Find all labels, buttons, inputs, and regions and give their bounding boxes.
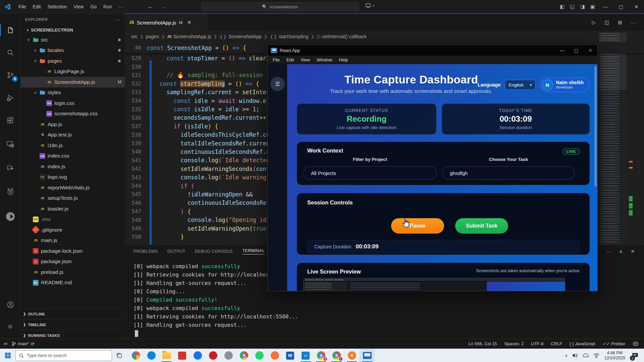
tree-item-App.js[interactable]: JSApp.js: [20, 119, 125, 130]
outline-section[interactable]: ❯OUTLINE: [20, 308, 125, 319]
status-item-0[interactable]: Ln 556, Col 15: [469, 341, 497, 346]
menu-run[interactable]: Run: [100, 4, 115, 9]
tree-item-reportWebVitals.js[interactable]: JSreportWebVitals.js: [20, 182, 125, 193]
breadcrumb-4[interactable]: ❬❭startSampling: [270, 34, 308, 39]
toggle-secondary-sidebar-icon[interactable]: ◨: [580, 4, 585, 10]
panel-tab-debug-console[interactable]: DEBUG CONSOLE: [195, 249, 233, 254]
tree-item-package.json[interactable]: npackage.json: [20, 256, 125, 267]
panel-tab-problems[interactable]: PROBLEMS: [133, 249, 158, 254]
source-control-icon[interactable]: 6: [0, 67, 20, 83]
tree-item-toaster.js[interactable]: JStoaster.js: [20, 203, 125, 214]
dashboard-scrollbar[interactable]: [594, 66, 597, 187]
taskbar-chrome[interactable]: [236, 349, 252, 362]
tree-item-locales[interactable]: ∨locales: [20, 45, 125, 56]
menu-edit[interactable]: Edit: [30, 4, 44, 9]
react-menu-edit[interactable]: Edit: [283, 57, 297, 62]
user-chip[interactable]: N Naim sheikh developer: [540, 77, 589, 92]
tree-item-styles[interactable]: ∨styles: [20, 87, 125, 98]
panel-action-1[interactable]: ∧: [619, 249, 623, 254]
taskbar-word[interactable]: W: [282, 349, 298, 362]
breadcrumb-5[interactable]: ⬡setInterval() callback: [317, 34, 367, 39]
git-branch-indicator[interactable]: main* ⟳: [12, 341, 35, 347]
account-icon[interactable]: [0, 297, 20, 313]
maximize-button[interactable]: ▢: [613, 0, 629, 13]
panel-action-2[interactable]: ✕: [631, 249, 635, 254]
breadcrumb[interactable]: src❯pages❯JSScreenshotApp.js❯❬❭Screensho…: [125, 31, 644, 42]
search-sidebar-icon[interactable]: [0, 45, 20, 61]
explorer-more-icon[interactable]: ···: [115, 17, 120, 22]
toggle-panel-icon[interactable]: ◱: [570, 4, 575, 10]
volume-icon[interactable]: [572, 353, 578, 358]
taskbar-firefox[interactable]: [267, 349, 282, 362]
submit-task-button[interactable]: Submit Task: [455, 218, 508, 234]
wifi-icon[interactable]: [593, 353, 599, 358]
taskbar-app-pinwheel[interactable]: [128, 349, 144, 362]
status-item-5[interactable]: ✓✓ Prettier: [603, 341, 625, 346]
taskbar-file-explorer[interactable]: [159, 349, 174, 362]
tree-item-preload.js[interactable]: JSpreload.js: [20, 267, 125, 278]
taskbar-chrome-s[interactable]: S: [313, 349, 329, 362]
chat-sparkle-icon[interactable]: [0, 160, 20, 176]
forward-icon[interactable]: →: [161, 3, 167, 10]
screencast-icon[interactable]: ∨: [366, 3, 375, 8]
taskbar-app-crimson[interactable]: [205, 349, 221, 362]
breadcrumb-1[interactable]: pages: [146, 34, 159, 39]
language-select[interactable]: English▼: [505, 80, 536, 90]
extensions-icon[interactable]: [0, 113, 20, 129]
tree-item-package-lock.json[interactable]: npackage-lock.json: [20, 246, 125, 256]
tree-item-index.css[interactable]: cssindex.css: [20, 151, 125, 162]
status-item-2[interactable]: UTF-8: [531, 341, 543, 346]
tree-item-i18n.js[interactable]: JSi18n.js: [20, 140, 125, 151]
react-maximize-button[interactable]: ▢: [569, 45, 583, 56]
react-menu-help[interactable]: Help: [336, 57, 351, 62]
copilot-icon[interactable]: [633, 341, 639, 347]
project-filter-select[interactable]: All Projects: [303, 166, 437, 180]
back-icon[interactable]: ←: [148, 3, 153, 10]
remote-explorer-icon[interactable]: [0, 136, 20, 152]
menu-selection[interactable]: Selection: [44, 4, 70, 9]
explorer-icon[interactable]: [0, 22, 20, 38]
breadcrumb-0[interactable]: src: [131, 34, 138, 39]
tab-screenshotapp[interactable]: JS ScreenshotApp.js M ✕: [125, 14, 207, 31]
react-minimize-button[interactable]: —: [555, 45, 569, 56]
tree-item-.env[interactable]: ENV.env: [20, 214, 125, 225]
tree-item-login.css[interactable]: csslogin.css: [20, 98, 125, 109]
editor-action-3[interactable]: ···: [631, 20, 636, 25]
tree-item-App.test.js[interactable]: ⚗App.test.js: [20, 130, 125, 140]
remote-indicator[interactable]: ><: [3, 341, 7, 346]
running-tasks-section[interactable]: ❯RUNNING TASKS: [20, 330, 125, 339]
tree-item-README.md[interactable]: M↓README.md: [20, 278, 125, 288]
tree-item-.gitignore[interactable]: ⑂.gitignore: [20, 225, 125, 235]
react-app-titlebar[interactable]: React App — ▢ ✕: [268, 45, 597, 56]
taskbar-app-green[interactable]: [252, 349, 267, 362]
taskbar-app-red[interactable]: [174, 349, 190, 362]
menu-file[interactable]: File: [15, 4, 30, 9]
breadcrumb-3[interactable]: ❬❭ScreenshotApp: [219, 34, 262, 39]
action-center-icon[interactable]: 2: [630, 351, 640, 361]
command-center-search[interactable]: 🔍 screenelectron: [201, 2, 359, 11]
close-button[interactable]: ✕: [629, 0, 644, 13]
settings-gear-icon[interactable]: ⚙: [0, 318, 20, 335]
screenshot-thumbnail[interactable]: [303, 278, 565, 291]
react-close-button[interactable]: ✕: [583, 45, 597, 56]
react-menu-file[interactable]: File: [270, 57, 283, 62]
tree-item-screenshotapp.css[interactable]: cssscreenshotapp.css: [20, 109, 125, 119]
task-view-button[interactable]: [112, 349, 127, 362]
editor-action-2[interactable]: ⊞: [618, 19, 622, 25]
console-ninja-icon[interactable]: [0, 208, 20, 225]
taskbar-app-blue[interactable]: [190, 349, 205, 362]
tree-item-ScreenshotApp.js[interactable]: JSScreenshotApp.jsM: [20, 77, 125, 87]
toggle-sidebar-icon[interactable]: ◧: [560, 4, 565, 10]
tab-close-icon[interactable]: ✕: [187, 19, 192, 25]
taskbar-app-gray[interactable]: [221, 349, 236, 362]
tree-item-LoginPage.js[interactable]: JSLoginPage.js: [20, 66, 125, 77]
menu-go[interactable]: Go: [87, 4, 100, 9]
status-item-1[interactable]: Spaces: 2: [504, 341, 524, 346]
react-menu-view[interactable]: View: [298, 57, 313, 62]
taskbar-vscode[interactable]: ‹›: [298, 349, 313, 362]
menu-view[interactable]: View: [70, 4, 87, 9]
taskbar-chrome-user[interactable]: ●: [329, 349, 344, 362]
task-input[interactable]: ghsdfgh: [442, 166, 575, 180]
taskbar-app-edge[interactable]: [144, 349, 159, 362]
status-item-4[interactable]: { } JavaScript: [570, 341, 595, 346]
